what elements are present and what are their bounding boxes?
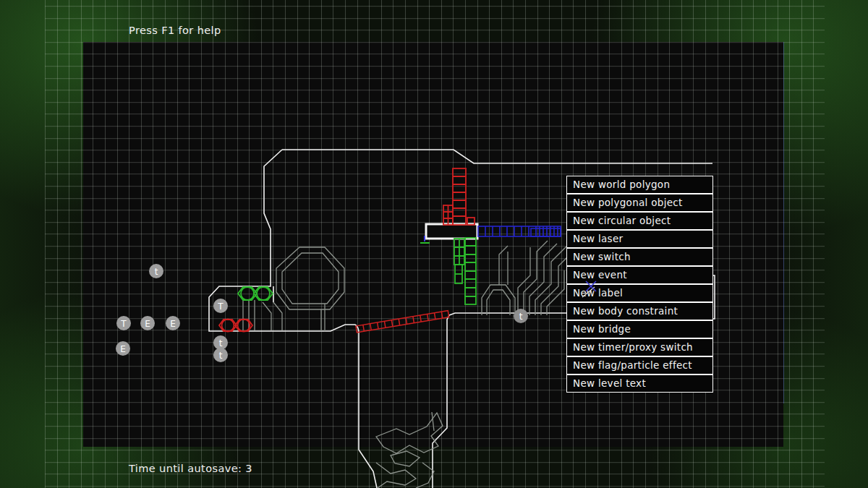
svg-text:t: t xyxy=(219,338,223,348)
rubble-heap-2 xyxy=(391,451,420,466)
octagon-inner xyxy=(282,253,339,304)
entity-marker[interactable]: T xyxy=(116,316,131,330)
menu-item-new-polygonal-object[interactable]: New polygonal object xyxy=(566,194,713,212)
entity-marker[interactable]: E xyxy=(140,316,155,330)
terrain-pit-right-wall xyxy=(433,315,449,488)
circuit-trace-5 xyxy=(529,244,557,315)
circuit-trace-6 xyxy=(535,247,566,315)
svg-text:E: E xyxy=(145,319,150,329)
svg-text:t: t xyxy=(519,312,523,322)
red-wheel-objects[interactable] xyxy=(219,320,252,332)
rubble-spike xyxy=(432,412,434,431)
svg-text:T: T xyxy=(120,319,127,329)
svg-text:E: E xyxy=(170,319,176,329)
svg-text:T: T xyxy=(217,301,224,312)
red-bridge-object[interactable] xyxy=(356,311,449,333)
menu-item-new-switch[interactable]: New switch xyxy=(566,248,713,266)
menu-item-new-timer-proxy-switch[interactable]: New timer/proxy switch xyxy=(566,338,713,356)
menu-item-new-body-constraint[interactable]: New body constraint xyxy=(566,302,713,320)
menu-item-new-circular-object[interactable]: New circular object xyxy=(566,212,713,230)
autosave-countdown-text: Time until autosave: 3 xyxy=(129,463,252,474)
terrain-left-edge xyxy=(209,150,355,331)
entity-marker[interactable]: E xyxy=(166,316,180,330)
help-hint-text: Press F1 for help xyxy=(129,25,221,36)
pillar-left-b xyxy=(273,302,282,330)
svg-text:E: E xyxy=(120,344,126,354)
blue-block-chain-horizontal[interactable] xyxy=(478,226,561,236)
level-editor-canvas: t T E E E T t t t New world polygon New … xyxy=(0,0,868,488)
rubble-heap-4 xyxy=(416,463,434,488)
menu-item-new-world-polygon[interactable]: New world polygon xyxy=(566,176,713,194)
terrain-pit-left-wall xyxy=(355,325,377,488)
green-wheel-objects[interactable] xyxy=(238,287,273,300)
platform-box-object[interactable] xyxy=(426,224,477,239)
hanger-strings xyxy=(243,300,255,330)
entity-marker[interactable]: E xyxy=(116,341,130,356)
svg-text:t: t xyxy=(219,351,223,361)
circuit-trace-8 xyxy=(547,270,564,315)
arch-inner xyxy=(487,290,510,315)
entity-marker[interactable]: T xyxy=(213,299,228,313)
entity-marker[interactable]: t xyxy=(514,309,528,323)
red-block-chain-vertical[interactable] xyxy=(443,168,475,225)
menu-item-new-level-text[interactable]: New level text xyxy=(566,374,713,393)
pillar-left-a xyxy=(263,302,271,330)
green-block-chain-long[interactable] xyxy=(465,238,476,304)
rubble-heap-3 xyxy=(376,463,416,488)
menu-item-new-flag-particle-effect[interactable]: New flag/particle effect xyxy=(566,356,713,374)
level-geometry: t T E E E T t t t xyxy=(0,0,868,488)
terrain-top-edge xyxy=(282,150,712,163)
crosshair-cursor-icon xyxy=(578,279,601,301)
menu-item-new-bridge[interactable]: New bridge xyxy=(566,320,713,338)
menu-item-new-laser[interactable]: New laser xyxy=(566,230,713,248)
octagon-outer xyxy=(276,247,344,309)
decor-geometry xyxy=(243,241,571,488)
entity-marker[interactable]: t xyxy=(213,348,228,362)
green-block-chain-short[interactable] xyxy=(454,239,464,283)
entity-marker[interactable]: t xyxy=(149,264,163,278)
circuit-trace-1 xyxy=(499,246,508,285)
svg-text:t: t xyxy=(155,267,158,277)
